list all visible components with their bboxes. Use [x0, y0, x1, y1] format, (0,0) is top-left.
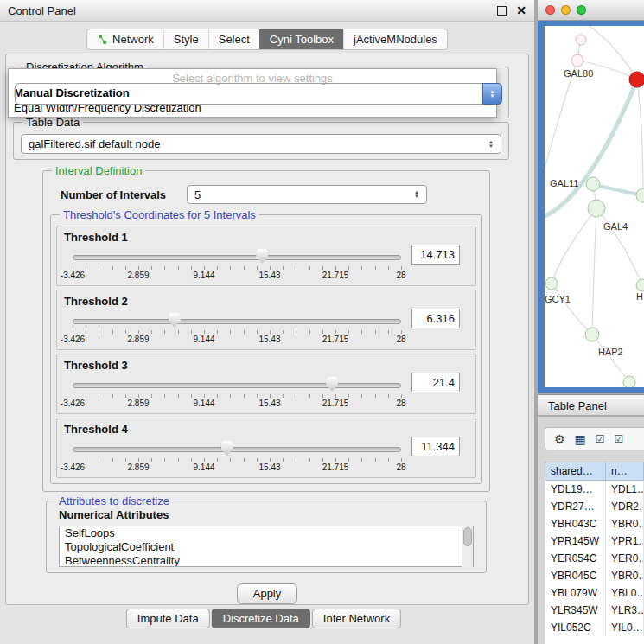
list-item[interactable]: TopologicalCoefficient: [60, 540, 473, 554]
table-header-row: shared… n…: [545, 462, 644, 481]
slider-thumb[interactable]: [326, 377, 338, 392]
threshold-value-field[interactable]: 6.316: [411, 309, 460, 328]
threshold-slider-2[interactable]: [73, 313, 401, 328]
table-row[interactable]: YLR345WYLR3…: [545, 602, 644, 619]
network-canvas[interactable]: GAL80GAL11GAL4GCY1HHAP2: [545, 26, 644, 387]
tab-style[interactable]: Style: [163, 29, 208, 49]
table-data-combobox[interactable]: galFiltered.sif default node ▲ ▼: [21, 134, 501, 154]
network-node[interactable]: [588, 200, 605, 217]
table-cell[interactable]: YDR2…: [606, 498, 644, 515]
network-edge[interactable]: [545, 80, 637, 218]
table-cell[interactable]: YIL0…: [606, 619, 644, 636]
list-item[interactable]: BetweennessCentrality: [60, 554, 473, 567]
number-of-intervals-combobox[interactable]: 5 ▲ ▼: [187, 185, 427, 204]
table-cell[interactable]: YBR0…: [606, 567, 644, 584]
table-cell[interactable]: YIL052C: [545, 619, 606, 636]
table-cell[interactable]: YPR1…: [606, 532, 644, 550]
tab-cyni-toolbox[interactable]: Cyni Toolbox: [259, 29, 343, 49]
threshold-slider-1[interactable]: [73, 249, 401, 265]
table-cell[interactable]: YBR0…: [606, 515, 644, 532]
network-edge[interactable]: [552, 284, 592, 335]
network-edge[interactable]: [593, 184, 643, 195]
network-edge[interactable]: [592, 335, 629, 382]
network-window-titlebar[interactable]: [538, 0, 644, 21]
tab-network[interactable]: Network: [87, 29, 163, 49]
tab-infer-network[interactable]: Infer Network: [312, 609, 401, 628]
network-edge[interactable]: [596, 208, 642, 285]
network-node[interactable]: [629, 72, 644, 87]
tick-label: 28: [396, 335, 405, 344]
slider-thumb[interactable]: [221, 441, 233, 456]
table-cell[interactable]: YBR045C: [545, 567, 606, 584]
table-row[interactable]: YBR045CYBR0…: [545, 567, 644, 584]
gear-icon[interactable]: ⚙: [554, 433, 565, 445]
network-node[interactable]: [623, 376, 635, 387]
table-cell[interactable]: YBR043C: [545, 515, 606, 532]
network-node[interactable]: [585, 328, 599, 341]
table-cell[interactable]: YBL0…: [606, 584, 644, 602]
slider-thumb[interactable]: [169, 313, 181, 328]
scrollbar[interactable]: [462, 526, 473, 567]
column-header-name[interactable]: n…: [606, 462, 644, 481]
slider-track[interactable]: [73, 319, 401, 324]
table-panel-header[interactable]: Table Panel: [538, 394, 644, 416]
columns-icon[interactable]: ▦: [575, 433, 586, 445]
table-row[interactable]: YBL079WYBL0…: [545, 584, 644, 602]
table-row[interactable]: YDL19…YDL1…: [545, 481, 644, 498]
combobox-stepper[interactable]: ▲ ▼: [488, 140, 494, 149]
table-cell[interactable]: YDL1…: [606, 481, 644, 498]
table-cell[interactable]: YDR27…: [545, 498, 606, 515]
network-edge[interactable]: [592, 208, 596, 335]
threshold-value-field[interactable]: 11.344: [411, 437, 460, 456]
apply-button[interactable]: Apply: [237, 583, 297, 604]
table-row[interactable]: YIL052CYIL0…: [545, 619, 644, 636]
combobox-stepper[interactable]: ▲ ▼: [482, 83, 502, 105]
network-node[interactable]: [545, 277, 558, 290]
table-row[interactable]: YPR145WYPR1…: [545, 532, 644, 550]
network-edge[interactable]: [552, 208, 596, 284]
tick-label: 28: [396, 271, 405, 280]
slider-thumb[interactable]: [256, 249, 268, 264]
network-node[interactable]: [586, 177, 600, 191]
network-node[interactable]: [576, 35, 586, 45]
minimize-traffic-light[interactable]: [561, 5, 571, 15]
table-cell[interactable]: YDL19…: [545, 481, 606, 498]
threshold-value-field[interactable]: 14.713: [411, 245, 460, 265]
slider-track[interactable]: [73, 255, 401, 260]
network-edge[interactable]: [637, 80, 643, 195]
table-cell[interactable]: YBL079W: [545, 584, 606, 602]
table-cell[interactable]: YPR145W: [545, 532, 606, 550]
select-all-icon[interactable]: ☑: [596, 434, 605, 444]
network-node[interactable]: [571, 54, 583, 67]
threshold-value-field[interactable]: 21.4: [411, 373, 460, 392]
tab-discretize-data[interactable]: Discretize Data: [212, 609, 310, 628]
table-cell[interactable]: YER0…: [606, 550, 644, 567]
network-edge[interactable]: [545, 61, 577, 182]
float-window-icon[interactable]: [497, 6, 507, 16]
tab-select[interactable]: Select: [208, 29, 259, 49]
table-row[interactable]: YER054CYER0…: [545, 550, 644, 567]
network-node[interactable]: [636, 279, 644, 291]
table-row[interactable]: YDR27…YDR2…: [545, 498, 644, 515]
select-column-icon[interactable]: ☑: [615, 434, 624, 444]
table-row[interactable]: YBR043CYBR0…: [545, 515, 644, 532]
column-header-shared-name[interactable]: shared…: [545, 462, 606, 481]
combobox-stepper[interactable]: ▲ ▼: [414, 190, 419, 199]
list-item[interactable]: SelfLoops: [60, 526, 473, 540]
zoom-traffic-light[interactable]: [577, 5, 586, 15]
close-traffic-light[interactable]: [545, 5, 555, 15]
threshold-slider-4[interactable]: [73, 441, 401, 456]
algorithm-combobox[interactable]: ▲ ▼: [15, 83, 502, 105]
slider-track[interactable]: [73, 383, 401, 388]
threshold-slider-3[interactable]: [73, 377, 401, 392]
tab-impute-data[interactable]: Impute Data: [126, 609, 210, 628]
scrollbar-thumb[interactable]: [463, 527, 472, 546]
network-node[interactable]: [636, 188, 644, 202]
table-cell[interactable]: YER054C: [545, 550, 606, 567]
close-icon[interactable]: ✕: [516, 4, 526, 16]
tab-jactivemnodules[interactable]: jActiveMNodules: [343, 29, 447, 49]
table-cell[interactable]: YLR345W: [545, 602, 606, 619]
numerical-attributes-list[interactable]: SelfLoopsTopologicalCoefficientBetweenne…: [59, 526, 474, 567]
slider-track[interactable]: [73, 447, 401, 452]
table-cell[interactable]: YLR3…: [606, 602, 644, 619]
